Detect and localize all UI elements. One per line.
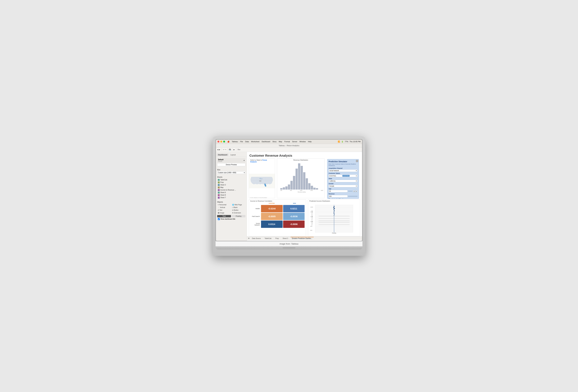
tab-layout[interactable]: Layout	[229, 154, 237, 156]
sheets-section: Sheets TableCalc Prep Sheet 3	[216, 175, 247, 200]
objects-grid: ≡ Horizontal 🌐 Web Page ⋮ Vertical □	[217, 204, 245, 214]
obj-button[interactable]: ⊡ Button	[232, 209, 245, 211]
redo-icon[interactable]: ↪	[225, 149, 226, 150]
correlation-column-headers: EXISTING NEW	[260, 202, 306, 204]
obj-extension[interactable]: ⚙ Extension	[232, 212, 245, 214]
obj-blank[interactable]: □ Blank	[232, 206, 245, 209]
back-icon[interactable]: ◀	[217, 149, 218, 150]
sheet-item-1[interactable]: Prep	[217, 181, 245, 184]
size-chevron-icon: ▾	[244, 172, 245, 174]
gender-select[interactable]: Female ▾	[329, 185, 357, 187]
gender-label: Gender	[329, 183, 357, 184]
tab-data-source[interactable]: Data Source	[251, 237, 262, 240]
menu-dashboard[interactable]: Dashboard	[262, 141, 270, 142]
vertical-icon: ⋮	[218, 207, 219, 208]
obj-vertical[interactable]: ⋮ Vertical	[217, 206, 231, 209]
obj-webpage[interactable]: 🌐 Web Page	[232, 204, 245, 206]
sheet-item-7[interactable]: Sheet 7	[217, 196, 245, 199]
map-footer: © 2021 Mapbox © OpenStreetMap	[250, 197, 267, 198]
existing-badge: EXISTING	[342, 175, 350, 177]
obj-image[interactable]: 🖼 Image	[217, 212, 231, 214]
gender-chevron-icon: ▾	[356, 185, 357, 187]
sheet-item-5[interactable]: Sheet 6	[217, 191, 245, 194]
tab-prep[interactable]: Prep	[274, 237, 280, 240]
menu-format[interactable]: Format	[284, 141, 290, 142]
tiled-button[interactable]: Tiled	[217, 215, 231, 217]
device-default-label: Default	[218, 159, 224, 161]
floating-button[interactable]: Floating	[232, 215, 245, 217]
revenue-dist-section: Revenue Distribution	[277, 158, 325, 198]
sheet-icon-1	[218, 181, 220, 183]
save-icon[interactable]: 💾	[229, 149, 231, 150]
sheet-icon-2	[218, 184, 220, 186]
tab-sheet3[interactable]: Sheet 3	[281, 237, 289, 240]
sheet-item-4[interactable]: Income to Revenue ...	[217, 189, 245, 191]
histogram-bars	[280, 163, 323, 190]
undo-icon[interactable]: ↩	[223, 149, 224, 150]
sheet-item-6[interactable]: Sheet 8	[217, 194, 245, 196]
forward-icon[interactable]: ▶	[219, 149, 220, 150]
objects-title: Objects	[217, 201, 245, 203]
map-subtitle: Select a State to Focus Analysis	[249, 159, 275, 163]
customer-status-label: Customer Status	[329, 173, 357, 174]
revenue-slider[interactable]	[348, 196, 357, 197]
sheet-item-2[interactable]: Sheet 3	[217, 184, 245, 186]
device-preview-button[interactable]: Device Preview	[217, 163, 245, 166]
size-section-title: Size	[217, 169, 245, 171]
customer-status-select[interactable]: EXISTING EXISTING ▾	[329, 174, 357, 177]
size-value: Custom size (1400 × 800)	[218, 172, 236, 174]
age-inc-button[interactable]: ▸	[355, 190, 357, 192]
menu-story[interactable]: Story	[273, 141, 277, 142]
sidebar-tabs: Dashboard Layout	[216, 153, 247, 157]
us-map[interactable]: United States © 2021 Mapbox © OpenStreet…	[249, 163, 275, 198]
menu-help[interactable]: Help	[308, 141, 312, 142]
revenue-row	[329, 195, 357, 198]
menu-window[interactable]: Window	[299, 141, 306, 142]
corr-row-social: Social Network 0.0314 -0.0696	[250, 220, 305, 228]
age-input[interactable]: 55	[329, 190, 348, 192]
close-panel-button[interactable]: ✕	[356, 160, 358, 162]
window-title: Tableau – Return Analytics	[279, 145, 299, 146]
obj-horizontal[interactable]: ≡ Horizontal	[217, 204, 231, 206]
x-axis-title: Revenue ($m)	[298, 191, 306, 193]
menu-tableau[interactable]: Tableau	[232, 141, 238, 142]
size-section: Size Custom size (1400 × 800) ▾	[216, 167, 247, 175]
age-slider[interactable]	[348, 191, 352, 191]
tab-tablecalc[interactable]: TableCalc	[263, 237, 273, 240]
menu-apple[interactable]: 🍎	[227, 141, 230, 143]
svg-point-31	[334, 212, 335, 212]
svg-point-32	[333, 213, 334, 213]
size-dropdown[interactable]: Custom size (1400 × 800) ▾	[217, 171, 245, 174]
tab-einstein[interactable]: Einstein Prediction Dashbo...	[290, 237, 313, 240]
tab-dashboard[interactable]: Dashboard	[217, 154, 228, 156]
extension-icon: ⚙	[232, 212, 234, 214]
close-button[interactable]	[217, 141, 219, 142]
state-select[interactable]: California ▾	[329, 180, 357, 182]
menu-worksheet[interactable]: Worksheet	[251, 141, 259, 142]
sheet-item-3[interactable]: Map	[217, 186, 245, 189]
laptop-notch	[283, 247, 295, 248]
menu-file[interactable]: File	[240, 141, 243, 142]
content-area: Customer Revenue Analysis Select a State…	[247, 152, 362, 241]
minimize-button[interactable]	[220, 141, 222, 142]
acq-channel-select[interactable]: Social Network ▾	[329, 169, 357, 172]
sheet-item-0[interactable]: TableCalc	[217, 179, 245, 181]
sheet-icon-3	[218, 186, 220, 188]
menu-map[interactable]: Map	[279, 141, 282, 142]
maximize-button[interactable]	[223, 141, 225, 142]
menu-data[interactable]: Data	[245, 141, 249, 142]
age-dec-button[interactable]: ◂	[353, 190, 355, 192]
device-sub-label: Phone	[218, 161, 224, 162]
dashboard-title: Customer Revenue Analysis	[247, 152, 362, 158]
menu-server[interactable]: Server	[292, 141, 297, 142]
laptop-base	[216, 246, 362, 250]
obj-text[interactable]: A Text	[217, 209, 231, 211]
sheet-label-4: Income to Revenue ...	[220, 189, 236, 191]
present-icon[interactable]: ▶	[234, 149, 235, 150]
svg-point-29	[334, 209, 334, 210]
image-caption: Image from: Tableau	[216, 241, 362, 246]
paid-search-new-cell: -0.0036	[283, 213, 305, 220]
show-title-checkbox[interactable]	[218, 218, 220, 220]
datasource-icon: ⊞	[248, 237, 249, 239]
revenue-input[interactable]	[329, 195, 348, 198]
